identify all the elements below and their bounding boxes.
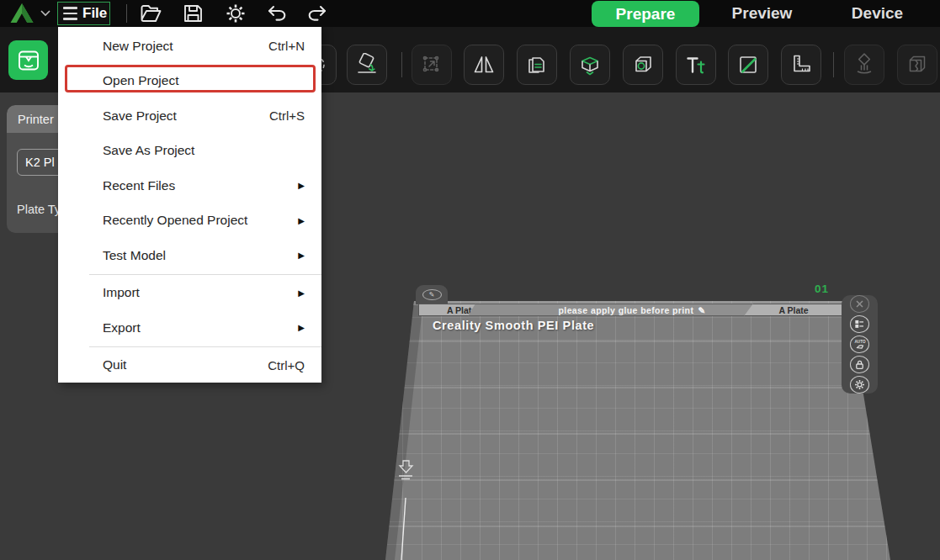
hamburger-icon — [63, 7, 77, 20]
printer-select-value: K2 Pl — [25, 156, 55, 169]
support-icon[interactable] — [844, 45, 884, 85]
text-icon[interactable] — [676, 45, 716, 85]
lock-icon[interactable] — [850, 356, 869, 373]
shortcut: Ctrl+N — [268, 39, 305, 53]
menu-item-open-project[interactable]: Open Project — [58, 64, 321, 99]
menu-item-quit[interactable]: Quit Ctrl+Q — [58, 348, 321, 383]
undo-icon[interactable] — [264, 3, 289, 24]
sketch-icon[interactable] — [728, 45, 768, 85]
plate-type-label: Plate Ty — [17, 203, 61, 216]
plate-edit-tab[interactable]: ✎ — [416, 285, 448, 304]
file-button-label: File — [82, 5, 107, 22]
plate-tab-right[interactable]: A Plate — [744, 304, 843, 316]
tab-preview[interactable]: Preview — [709, 0, 815, 27]
submenu-arrow-icon: ▶ — [298, 251, 305, 260]
plate-settings-icon[interactable] — [850, 376, 869, 394]
printer-tab-label: Printer — [18, 113, 54, 126]
save-icon[interactable] — [180, 3, 205, 24]
mirror-icon[interactable] — [464, 45, 504, 85]
menu-item-save-project[interactable]: Save Project Ctrl+S — [58, 98, 321, 134]
measure-icon[interactable] — [781, 45, 821, 85]
plate-number: 01 — [815, 283, 829, 295]
file-menu: New Project Ctrl+N Open Project Save Pro… — [58, 25, 321, 383]
split-icon[interactable] — [897, 45, 937, 85]
auto-arrange-icon[interactable]: AUTO — [850, 335, 869, 353]
scale-icon[interactable] — [412, 45, 452, 85]
shortcut: Ctrl+Q — [268, 358, 305, 372]
menu-item-export[interactable]: Export ▶ — [58, 310, 321, 346]
submenu-arrow-icon: ▶ — [298, 216, 305, 225]
menu-item-recent-files[interactable]: Recent Files ▶ — [58, 168, 321, 203]
lay-on-face-icon[interactable] — [347, 45, 387, 85]
cube-hole-icon[interactable] — [623, 45, 663, 85]
submenu-arrow-icon: ▶ — [298, 288, 305, 298]
build-plate[interactable] — [383, 294, 892, 560]
plate-list-icon[interactable] — [850, 315, 869, 333]
chevron-down-icon[interactable] — [40, 10, 50, 17]
plate-tab-right-label: A Plate — [778, 305, 808, 315]
file-menu-button[interactable]: File — [57, 2, 110, 25]
close-icon[interactable] — [850, 295, 869, 313]
tab-prepare[interactable]: Prepare — [592, 1, 699, 27]
printer-plate-button[interactable] — [8, 40, 48, 80]
open-folder-icon[interactable] — [138, 3, 163, 24]
menu-separator — [89, 274, 321, 275]
menu-item-import[interactable]: Import ▶ — [58, 276, 321, 311]
menu-item-new-project[interactable]: New Project Ctrl+N — [58, 29, 321, 64]
tab-preview-label: Preview — [732, 4, 793, 23]
tab-prepare-label: Prepare — [616, 5, 676, 24]
edit-pencil-icon: ✎ — [422, 289, 442, 300]
redo-icon[interactable] — [304, 3, 329, 24]
clone-icon[interactable] — [517, 45, 557, 85]
plate-rail: AUTO — [842, 295, 878, 394]
app-logo-icon[interactable] — [7, 2, 37, 24]
plate-name: Creality Smooth PEI Plate — [433, 319, 594, 332]
shortcut: Ctrl+S — [269, 108, 305, 123]
tab-device-label: Device — [852, 4, 903, 23]
menu-item-test-model[interactable]: Test Model ▶ — [58, 238, 321, 273]
svg-text:AUTO: AUTO — [854, 340, 865, 344]
tab-device[interactable]: Device — [829, 0, 926, 27]
menu-item-recently-opened-project[interactable]: Recently Opened Project ▶ — [58, 203, 321, 239]
box-seam-icon[interactable] — [570, 45, 610, 85]
toolbar-divider — [126, 4, 127, 23]
title-bar: File Prepare Preview — [0, 0, 940, 27]
settings-gear-icon[interactable] — [223, 3, 248, 24]
menu-separator — [89, 346, 321, 347]
glue-pencil-icon: ✎ — [698, 305, 705, 315]
submenu-arrow-icon: ▶ — [298, 181, 305, 190]
submenu-arrow-icon: ▶ — [298, 323, 305, 332]
glue-notice-text: please apply glue before print — [559, 305, 694, 315]
menu-item-save-as-project[interactable]: Save As Project — [58, 134, 321, 169]
